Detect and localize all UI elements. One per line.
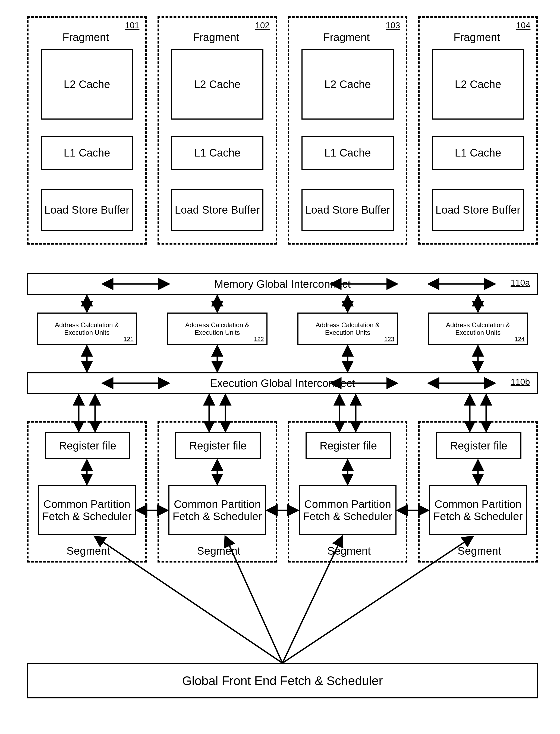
segment-label-2: Segment — [197, 545, 240, 557]
l1-cache-1: L1 Cache — [41, 136, 133, 170]
mem-interconnect-ref: 110a — [511, 278, 530, 288]
register-file-1: Register file — [45, 432, 130, 459]
cps-4: Common Partition Fetch & Scheduler — [429, 485, 527, 535]
lsb-1: Load Store Buffer — [41, 189, 133, 231]
segment-label-1: Segment — [67, 545, 110, 557]
addr-exec-unit-2: Address Calculation & Execution Units — [167, 312, 268, 345]
cps-3: Common Partition Fetch & Scheduler — [299, 485, 397, 535]
exec-interconnect-ref: 110b — [511, 377, 530, 387]
lsb-2: Load Store Buffer — [171, 189, 263, 231]
addr-exec-ref-2: 122 — [254, 335, 264, 343]
addr-exec-unit-3: Address Calculation & Execution Units — [297, 312, 398, 345]
segment-label-3: Segment — [327, 545, 371, 557]
lsb-4: Load Store Buffer — [432, 189, 524, 231]
addr-exec-unit-1: Address Calculation & Execution Units — [37, 312, 137, 345]
addr-exec-ref-4: 124 — [515, 335, 525, 343]
lsb-3: Load Store Buffer — [301, 189, 394, 231]
fragment-ref-2: 102 — [255, 20, 270, 30]
register-file-4: Register file — [436, 432, 521, 459]
execution-global-interconnect: Execution Global Interconnect — [27, 372, 538, 394]
fragment-title-3: Fragment — [323, 31, 370, 43]
l2-cache-4: L2 Cache — [432, 49, 524, 120]
register-file-2: Register file — [175, 432, 261, 459]
fragment-title-2: Fragment — [193, 31, 239, 43]
cps-1: Common Partition Fetch & Scheduler — [38, 485, 136, 535]
l1-cache-2: L1 Cache — [171, 136, 263, 170]
l1-cache-3: L1 Cache — [301, 136, 394, 170]
cps-2: Common Partition Fetch & Scheduler — [168, 485, 266, 535]
segment-label-4: Segment — [458, 545, 501, 557]
addr-exec-unit-4: Address Calculation & Execution Units — [428, 312, 528, 345]
fragment-title-4: Fragment — [454, 31, 500, 43]
l2-cache-1: L2 Cache — [41, 49, 133, 120]
register-file-3: Register file — [306, 432, 391, 459]
fragment-ref-1: 101 — [125, 20, 139, 30]
fragment-ref-4: 104 — [516, 20, 530, 30]
architecture-diagram: 101 Fragment L2 Cache L1 Cache Load Stor… — [16, 16, 543, 717]
l2-cache-3: L2 Cache — [301, 49, 394, 120]
fragment-title-1: Fragment — [62, 31, 109, 43]
addr-exec-ref-3: 123 — [384, 335, 394, 343]
memory-global-interconnect: Memory Global Interconnect — [27, 273, 538, 295]
fragment-ref-3: 103 — [386, 20, 400, 30]
l2-cache-2: L2 Cache — [171, 49, 263, 120]
addr-exec-ref-1: 121 — [124, 335, 134, 343]
global-front-end: Global Front End Fetch & Scheduler — [27, 663, 538, 698]
l1-cache-4: L1 Cache — [432, 136, 524, 170]
